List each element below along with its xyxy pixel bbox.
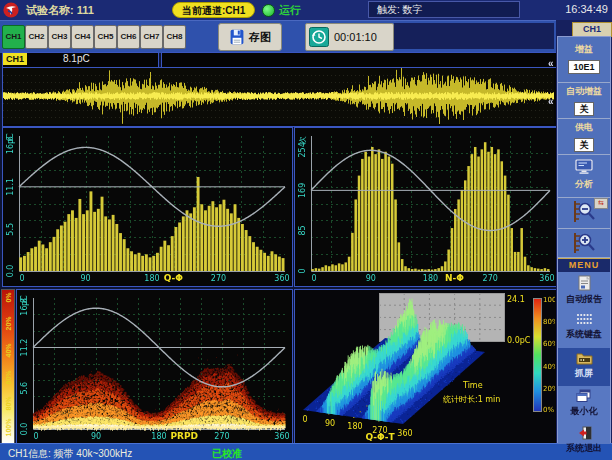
q-phi-chart bbox=[3, 128, 290, 284]
gain-label: 增益 bbox=[558, 43, 610, 56]
zoom-out-button[interactable]: ⇆ bbox=[558, 197, 610, 229]
test-name-value: 111 bbox=[77, 4, 94, 16]
test-name: 试验名称: 111 bbox=[26, 3, 94, 18]
auto-gain-label: 自动增益 bbox=[558, 85, 610, 98]
q-phi-t-panel bbox=[294, 289, 558, 445]
title-bar: 试验名称: 111 当前通道:CH1 运行 触发: 数字 16:34:49 bbox=[0, 0, 612, 20]
test-name-label: 试验名称: bbox=[26, 4, 74, 16]
timer-clock-icon bbox=[309, 27, 329, 47]
peak-charge-value: 8.1pC bbox=[63, 53, 90, 65]
status-bar: CH1信息: 频带 40k~300kHz 已校准 bbox=[0, 443, 612, 460]
channel-button-ch3[interactable]: CH3 bbox=[48, 25, 71, 49]
q-phi-t-chart bbox=[295, 290, 555, 442]
menu-header: MENU bbox=[558, 258, 610, 273]
channel-button-ch4[interactable]: CH4 bbox=[71, 25, 94, 49]
readout-extension-box bbox=[161, 52, 557, 68]
channel-info-text: CH1信息: 频带 40k~300kHz bbox=[8, 447, 132, 460]
auto-gain-value[interactable]: 关 bbox=[574, 102, 594, 116]
system-keyboard-label: 系统键盘 bbox=[558, 328, 610, 341]
windows-minimize-icon bbox=[576, 389, 592, 403]
current-channel-badge: 当前通道:CH1 bbox=[172, 2, 255, 18]
n-phi-chart bbox=[295, 128, 555, 284]
timer-value: 00:01:10 bbox=[334, 31, 377, 43]
channel-toolbar: CH1 CH2 CH3 CH4 CH5 CH6 CH7 CH8 存图 bbox=[0, 20, 612, 53]
minimize-label: 最小化 bbox=[558, 405, 610, 418]
save-image-label: 存图 bbox=[249, 30, 271, 45]
report-document-icon bbox=[577, 275, 592, 291]
right-sidebar: CH1 增益 10E1 自动增益 关 供电 关 bbox=[556, 20, 612, 443]
channel-button-ch2[interactable]: CH2 bbox=[25, 25, 48, 49]
gain-section[interactable]: 增益 10E1 bbox=[558, 37, 610, 83]
channel-peak-readout: CH1 8.1pC bbox=[2, 52, 159, 68]
prpd-colorbar: 0% 20% 40% 60% 80% 100% bbox=[1, 289, 15, 445]
colorbar-label: 80% bbox=[5, 391, 12, 417]
floppy-disk-icon bbox=[229, 29, 245, 45]
minimize-button[interactable]: 最小化 bbox=[558, 386, 610, 427]
waveform-panel bbox=[2, 67, 557, 127]
toolbar-spacer-panel bbox=[394, 23, 554, 49]
colorbar-label: 40% bbox=[5, 338, 12, 364]
channel-button-ch6[interactable]: CH6 bbox=[117, 25, 140, 49]
channel-button-ch5[interactable]: CH5 bbox=[94, 25, 117, 49]
channel-tag: CH1 bbox=[3, 53, 27, 65]
power-section[interactable]: 供电 关 bbox=[558, 119, 610, 155]
power-value[interactable]: 关 bbox=[574, 138, 594, 152]
analysis-label: 分析 bbox=[558, 178, 610, 191]
folder-icon bbox=[576, 351, 593, 365]
waveform-canvas bbox=[3, 68, 554, 124]
colorbar-label: 20% bbox=[5, 311, 12, 337]
colorbar-label: 0% bbox=[5, 285, 12, 311]
timer-button[interactable]: 00:01:10 bbox=[305, 23, 394, 51]
save-image-button[interactable]: 存图 bbox=[218, 23, 282, 51]
zoom-in-icon bbox=[571, 231, 597, 255]
collapse-chevron-icon[interactable]: « bbox=[548, 58, 554, 69]
screen-capture-label: 抓屏 bbox=[558, 367, 610, 380]
system-clock: 16:34:49 bbox=[565, 3, 608, 15]
screen-capture-button[interactable]: 抓屏 bbox=[558, 348, 610, 389]
zoom-in-button[interactable] bbox=[558, 229, 610, 258]
run-status-icon bbox=[262, 4, 275, 17]
colorbar-label: 60% bbox=[5, 365, 12, 391]
auto-gain-section[interactable]: 自动增益 关 bbox=[558, 83, 610, 119]
auto-report-button[interactable]: 自动报告 bbox=[558, 272, 610, 313]
exit-door-icon bbox=[577, 426, 592, 440]
q-phi-panel bbox=[2, 127, 293, 287]
calibration-status: 已校准 bbox=[212, 447, 242, 460]
system-exit-label: 系统退出 bbox=[558, 442, 610, 455]
auto-report-label: 自动报告 bbox=[558, 293, 610, 306]
power-label: 供电 bbox=[558, 121, 610, 134]
prpd-panel bbox=[16, 289, 293, 445]
scale-badge-icon: ⇆ bbox=[594, 198, 608, 209]
system-keyboard-button[interactable]: 系统键盘 bbox=[558, 310, 610, 351]
channel-button-ch1[interactable]: CH1 bbox=[2, 25, 25, 49]
monitor-icon bbox=[575, 159, 593, 174]
run-status-text: 运行 bbox=[279, 3, 301, 18]
channel-button-ch7[interactable]: CH7 bbox=[140, 25, 163, 49]
channel-button-ch8[interactable]: CH8 bbox=[163, 25, 186, 49]
pd-analyzer-window: 试验名称: 111 当前通道:CH1 运行 触发: 数字 16:34:49 CH… bbox=[0, 0, 612, 460]
gain-value[interactable]: 10E1 bbox=[568, 60, 600, 74]
system-exit-button[interactable]: 系统退出 bbox=[558, 424, 610, 444]
colorbar-label: 100% bbox=[5, 415, 12, 441]
app-logo-icon bbox=[3, 2, 19, 18]
sidebar-channel-tab[interactable]: CH1 bbox=[572, 22, 612, 37]
trigger-mode: 触发: 数字 bbox=[368, 1, 520, 18]
prpd-chart bbox=[17, 290, 290, 442]
n-phi-panel bbox=[294, 127, 558, 287]
sidebar-panel: 增益 10E1 自动增益 关 供电 关 分析 bbox=[557, 36, 611, 443]
keyboard-icon bbox=[576, 313, 593, 326]
collapse-chevron-icon[interactable]: « bbox=[548, 96, 554, 107]
analysis-button[interactable]: 分析 bbox=[558, 155, 610, 198]
